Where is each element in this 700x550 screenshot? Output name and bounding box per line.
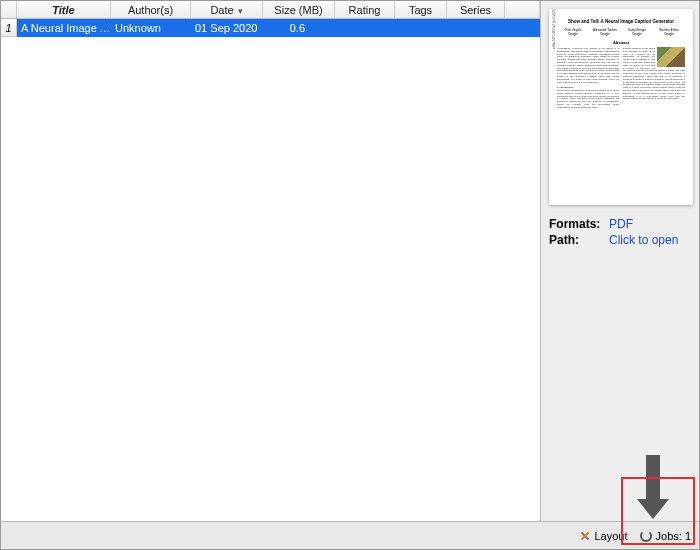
preview-title: Show and Tell: A Neural Image Caption Ge… xyxy=(557,19,685,24)
details-panel: arXiv:1411.4555v2 [cs.CV] 20 Apr 2015 Sh… xyxy=(541,1,699,521)
preview-abstract-heading: Abstract xyxy=(557,40,685,45)
status-bar: Layout Jobs: 1 xyxy=(1,521,699,549)
cell-title: A Neural Image ... xyxy=(17,19,111,37)
wrench-icon xyxy=(579,530,591,542)
column-header-tags[interactable]: Tags xyxy=(395,1,447,18)
path-link[interactable]: Click to open xyxy=(609,233,678,247)
arxiv-id: arXiv:1411.4555v2 [cs.CV] 20 Apr 2015 xyxy=(552,9,556,49)
row-number: 1 xyxy=(1,19,17,37)
cell-tags xyxy=(395,19,447,37)
book-table: Title Author(s) Date Size (MB) Rating Ta… xyxy=(1,1,541,521)
preview-thumbnail[interactable]: arXiv:1411.4555v2 [cs.CV] 20 Apr 2015 Sh… xyxy=(549,9,693,205)
cell-size: 0.6 xyxy=(263,19,335,37)
column-header-series[interactable]: Series xyxy=(447,1,505,18)
column-header-size[interactable]: Size (MB) xyxy=(263,1,335,18)
jobs-indicator[interactable]: Jobs: 1 xyxy=(656,530,691,542)
cell-date: 01 Sep 2020 xyxy=(191,19,263,37)
path-label: Path: xyxy=(549,233,609,247)
column-header-author[interactable]: Author(s) xyxy=(111,1,191,18)
layout-button[interactable]: Layout xyxy=(595,530,628,542)
formats-link[interactable]: PDF xyxy=(609,217,633,231)
formats-label: Formats: xyxy=(549,217,609,231)
table-row[interactable]: 1 A Neural Image ... Unknown 01 Sep 2020… xyxy=(1,19,540,37)
preview-figure xyxy=(657,47,685,67)
cell-series xyxy=(447,19,505,37)
row-number-header xyxy=(1,1,17,18)
column-header-title[interactable]: Title xyxy=(17,1,111,18)
table-header: Title Author(s) Date Size (MB) Rating Ta… xyxy=(1,1,540,19)
column-header-padding xyxy=(505,1,540,18)
spinner-icon xyxy=(640,530,652,542)
cell-rating xyxy=(335,19,395,37)
cell-author: Unknown xyxy=(111,19,191,37)
column-header-rating[interactable]: Rating xyxy=(335,1,395,18)
preview-authors: Oriol VinyalsGoogleAlexander ToshevGoogl… xyxy=(557,28,685,36)
column-header-date[interactable]: Date xyxy=(191,1,263,18)
